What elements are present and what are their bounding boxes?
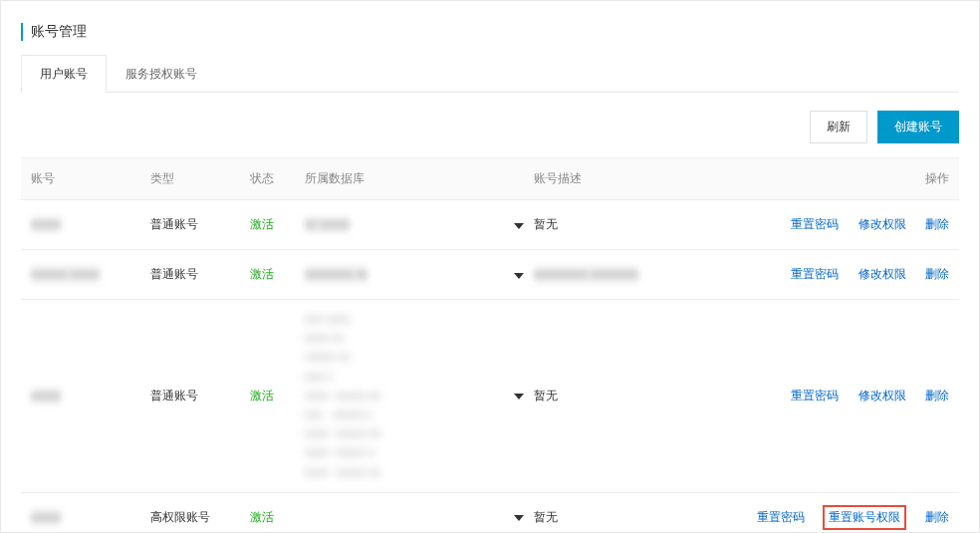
db-redacted: xxx xxxxxxxx xxxxxxx xxxxx xxxxx xxxxx x…	[305, 310, 380, 482]
account-desc: 暂无	[534, 216, 683, 233]
account-table: 账号 类型 状态 所属数据库 账号描述 操作 xxxxx 普通账号 激活 xx …	[21, 157, 959, 533]
desc-redacted: xxxxxxxxx xxxxxxxx	[534, 266, 638, 283]
tabs: 用户账号 服务授权账号	[21, 55, 959, 93]
account-status: 激活	[250, 216, 305, 233]
account-name-redacted: xxxxxx xxxxx	[31, 266, 100, 283]
table-row: xxxxx 普通账号 激活 xxx xxxxxxxx xxxxxxx xxxxx…	[21, 300, 959, 493]
db-redacted: xx xxxxx	[305, 216, 350, 233]
table-row: xxxxxx xxxxx 普通账号 激活 xxxxxxxx xx xxxxxxx…	[21, 250, 959, 300]
table-row: xxxxx 普通账号 激活 xx xxxxx 暂无 重置密码 修改权限 删除	[21, 200, 959, 250]
refresh-button[interactable]: 刷新	[810, 111, 867, 143]
modify-permission-link[interactable]: 修改权限	[858, 217, 906, 231]
account-type: 普通账号	[150, 216, 250, 233]
table-header: 账号 类型 状态 所属数据库 账号描述 操作	[21, 158, 959, 200]
caret-down-icon[interactable]	[514, 394, 524, 400]
col-type-header: 类型	[150, 170, 250, 187]
account-name-redacted: xxxxx	[31, 388, 61, 404]
caret-down-icon[interactable]	[514, 515, 524, 521]
col-account-header: 账号	[21, 170, 150, 187]
account-name-redacted: xxxxx	[31, 509, 61, 526]
table-row: xxxxx 高权限账号 激活 暂无 重置密码 重置账号权限 删除	[21, 493, 959, 533]
account-desc: 暂无	[534, 388, 683, 404]
delete-link[interactable]: 删除	[925, 267, 949, 281]
delete-link[interactable]: 删除	[925, 510, 949, 524]
modify-permission-link[interactable]: 修改权限	[858, 267, 906, 281]
account-type: 高权限账号	[150, 509, 250, 526]
tab-service-accounts[interactable]: 服务授权账号	[107, 55, 216, 93]
account-status: 激活	[250, 388, 305, 404]
col-db-header: 所属数据库	[305, 170, 504, 187]
page-title: 账号管理	[21, 23, 959, 41]
reset-password-link[interactable]: 重置密码	[757, 510, 805, 524]
col-desc-header: 账号描述	[534, 170, 683, 187]
account-name-redacted: xxxxx	[31, 216, 61, 233]
account-type: 普通账号	[150, 266, 250, 283]
tab-user-accounts[interactable]: 用户账号	[21, 55, 107, 93]
reset-password-link[interactable]: 重置密码	[791, 389, 839, 402]
delete-link[interactable]: 删除	[925, 389, 949, 402]
reset-password-link[interactable]: 重置密码	[791, 217, 839, 231]
account-type: 普通账号	[150, 388, 250, 404]
toolbar: 刷新 创建账号	[1, 93, 979, 157]
col-actions-header: 操作	[683, 170, 959, 187]
db-redacted: xxxxxxxx xx	[305, 266, 368, 283]
account-status: 激活	[250, 509, 305, 526]
delete-link[interactable]: 删除	[925, 217, 949, 231]
caret-down-icon[interactable]	[514, 223, 524, 229]
create-account-button[interactable]: 创建账号	[877, 111, 959, 143]
caret-down-icon[interactable]	[514, 273, 524, 279]
reset-account-permission-link[interactable]: 重置账号权限	[823, 505, 906, 530]
modify-permission-link[interactable]: 修改权限	[858, 389, 906, 402]
col-status-header: 状态	[250, 170, 305, 187]
account-desc: 暂无	[534, 509, 683, 526]
reset-password-link[interactable]: 重置密码	[791, 267, 839, 281]
account-status: 激活	[250, 266, 305, 283]
